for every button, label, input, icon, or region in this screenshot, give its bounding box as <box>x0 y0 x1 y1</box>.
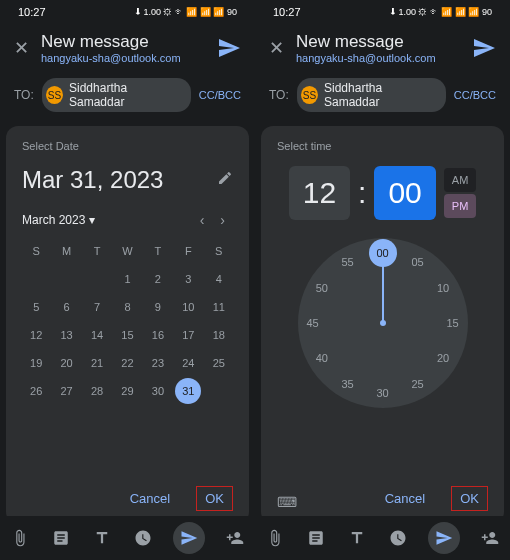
calendar-day[interactable]: 8 <box>113 294 141 320</box>
calendar-day[interactable]: 12 <box>22 322 50 348</box>
note-icon[interactable] <box>50 527 72 549</box>
compose-header: ✕ New message hangyaku-sha@outlook.com <box>0 24 255 72</box>
clock-tick[interactable]: 30 <box>371 387 395 399</box>
add-contact-icon[interactable] <box>479 527 501 549</box>
clock-tick[interactable]: 05 <box>406 256 430 268</box>
status-icons: ⬇ 1.00 ⚙ ᯤ 📶 📶 📶 90 <box>136 7 237 17</box>
clock-tick[interactable]: 55 <box>336 256 360 268</box>
next-month-button[interactable]: › <box>212 212 233 228</box>
recipient-name: Siddhartha Samaddar <box>324 81 436 109</box>
calendar-day[interactable]: 16 <box>144 322 172 348</box>
dow-header: S <box>205 238 233 264</box>
clock-icon[interactable] <box>387 527 409 549</box>
add-contact-icon[interactable] <box>224 527 246 549</box>
calendar-day[interactable]: 10 <box>174 294 202 320</box>
calendar-day[interactable]: 14 <box>83 322 111 348</box>
clock-tick[interactable]: 35 <box>336 378 360 390</box>
calendar-day[interactable]: 24 <box>174 350 202 376</box>
calendar-day[interactable]: 30 <box>144 378 172 404</box>
time-colon: : <box>358 176 366 210</box>
close-icon[interactable]: ✕ <box>14 37 29 59</box>
calendar-day <box>205 378 233 404</box>
schedule-send-icon[interactable] <box>173 522 205 554</box>
calendar-day[interactable]: 4 <box>205 266 233 292</box>
avatar: SS <box>301 86 318 104</box>
recipient-chip[interactable]: SS Siddhartha Samaddar <box>297 78 446 112</box>
calendar-day[interactable]: 27 <box>52 378 80 404</box>
calendar-day[interactable]: 15 <box>113 322 141 348</box>
prev-month-button[interactable]: ‹ <box>192 212 213 228</box>
calendar-day[interactable]: 23 <box>144 350 172 376</box>
clock-tick[interactable]: 40 <box>310 352 334 364</box>
month-label[interactable]: March 2023 ▾ <box>22 213 192 227</box>
clock-tick[interactable]: 20 <box>431 352 455 364</box>
calendar-day[interactable]: 3 <box>174 266 202 292</box>
calendar-day[interactable]: 11 <box>205 294 233 320</box>
minute-input[interactable]: 00 <box>374 166 435 220</box>
header-text: New message hangyaku-sha@outlook.com <box>41 32 205 64</box>
calendar-day <box>52 266 80 292</box>
ok-button[interactable]: OK <box>196 486 233 511</box>
calendar-day[interactable]: 7 <box>83 294 111 320</box>
text-format-icon[interactable] <box>346 527 368 549</box>
calendar-day[interactable]: 31 <box>175 378 201 404</box>
status-time: 10:27 <box>18 6 46 18</box>
calendar-day[interactable]: 26 <box>22 378 50 404</box>
status-bar: 10:27 ⬇ 1.00 ⚙ ᯤ 📶 📶 📶 90 <box>0 0 255 24</box>
clock-tick[interactable]: 00 <box>369 239 397 267</box>
header-text: New message hangyaku-sha@outlook.com <box>296 32 460 64</box>
note-icon[interactable] <box>305 527 327 549</box>
ok-button[interactable]: OK <box>451 486 488 511</box>
dow-header: W <box>113 238 141 264</box>
calendar-day[interactable]: 13 <box>52 322 80 348</box>
send-icon[interactable] <box>472 36 496 60</box>
calendar-day[interactable]: 22 <box>113 350 141 376</box>
clock-tick[interactable]: 50 <box>310 282 334 294</box>
pm-button[interactable]: PM <box>444 194 477 218</box>
cc-bcc-toggle[interactable]: CC/BCC <box>454 89 496 101</box>
clock-tick[interactable]: 25 <box>406 378 430 390</box>
calendar-day[interactable]: 17 <box>174 322 202 348</box>
to-label: TO: <box>14 88 34 102</box>
calendar-day[interactable]: 28 <box>83 378 111 404</box>
cancel-button[interactable]: Cancel <box>120 485 180 512</box>
clock-face[interactable]: 000510152025303540455055 <box>298 238 468 408</box>
calendar-day[interactable]: 5 <box>22 294 50 320</box>
bottom-toolbar <box>255 516 510 560</box>
calendar-day[interactable]: 9 <box>144 294 172 320</box>
recipient-chip[interactable]: SS Siddhartha Samaddar <box>42 78 191 112</box>
calendar-day[interactable]: 19 <box>22 350 50 376</box>
calendar-day[interactable]: 6 <box>52 294 80 320</box>
calendar-day[interactable]: 21 <box>83 350 111 376</box>
cancel-button[interactable]: Cancel <box>375 485 435 512</box>
send-icon[interactable] <box>217 36 241 60</box>
calendar-day <box>83 266 111 292</box>
clock-center <box>380 320 386 326</box>
clock-tick[interactable]: 15 <box>441 317 465 329</box>
edit-icon[interactable] <box>217 170 233 190</box>
clock-icon[interactable] <box>132 527 154 549</box>
keyboard-icon[interactable]: ⌨ <box>277 494 297 510</box>
clock-tick[interactable]: 10 <box>431 282 455 294</box>
calendar-day <box>22 266 50 292</box>
to-row: TO: SS Siddhartha Samaddar CC/BCC <box>0 72 255 118</box>
calendar-day[interactable]: 20 <box>52 350 80 376</box>
schedule-send-icon[interactable] <box>428 522 460 554</box>
am-button[interactable]: AM <box>444 168 477 192</box>
hour-input[interactable]: 12 <box>289 166 350 220</box>
clock-tick[interactable]: 45 <box>301 317 325 329</box>
cc-bcc-toggle[interactable]: CC/BCC <box>199 89 241 101</box>
attach-icon[interactable] <box>264 527 286 549</box>
close-icon[interactable]: ✕ <box>269 37 284 59</box>
attach-icon[interactable] <box>9 527 31 549</box>
text-format-icon[interactable] <box>91 527 113 549</box>
to-label: TO: <box>269 88 289 102</box>
recipient-name: Siddhartha Samaddar <box>69 81 181 109</box>
calendar-day[interactable]: 29 <box>113 378 141 404</box>
calendar-day[interactable]: 18 <box>205 322 233 348</box>
calendar-day[interactable]: 1 <box>113 266 141 292</box>
header-title: New message <box>41 32 205 52</box>
calendar-day[interactable]: 2 <box>144 266 172 292</box>
calendar-day[interactable]: 25 <box>205 350 233 376</box>
status-time: 10:27 <box>273 6 301 18</box>
